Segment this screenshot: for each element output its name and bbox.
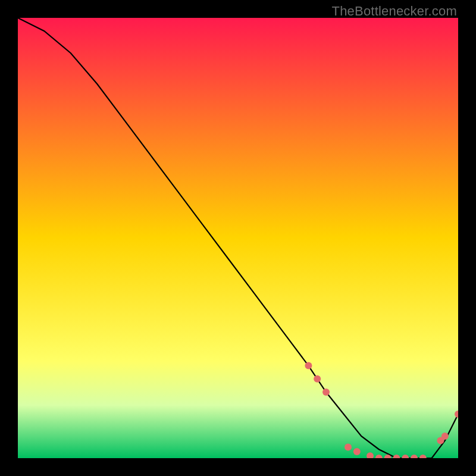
data-point-marker xyxy=(441,433,449,440)
data-point-marker xyxy=(314,375,321,383)
chart-frame xyxy=(18,18,458,458)
watermark-text: TheBottlenecker.com xyxy=(332,4,457,19)
data-point-marker xyxy=(345,444,352,451)
heat-background xyxy=(18,18,458,458)
bottleneck-chart xyxy=(18,18,458,458)
data-point-marker xyxy=(353,448,361,455)
data-point-marker xyxy=(305,362,312,369)
data-point-marker xyxy=(322,389,330,396)
